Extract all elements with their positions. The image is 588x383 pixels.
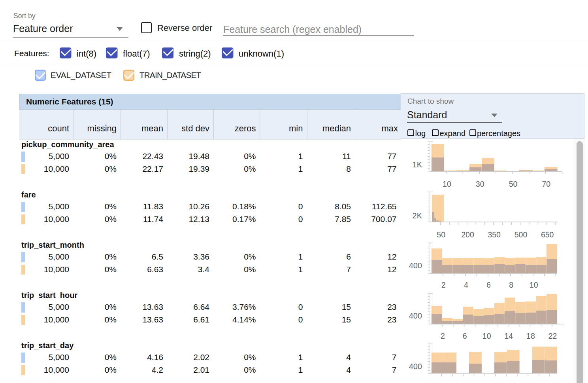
svg-text:70: 70 — [542, 180, 550, 188]
svg-text:8: 8 — [509, 281, 513, 289]
svg-text:500: 500 — [514, 230, 528, 239]
svg-text:6: 6 — [463, 332, 467, 340]
svg-text:2K: 2K — [413, 211, 422, 220]
svg-text:1K: 1K — [413, 160, 422, 169]
svg-text:22: 22 — [548, 332, 557, 340]
svg-text:10: 10 — [482, 332, 491, 340]
svg-text:6: 6 — [486, 281, 491, 289]
svg-text:350: 350 — [488, 230, 501, 239]
svg-text:2: 2 — [441, 332, 445, 340]
svg-text:50: 50 — [437, 230, 445, 239]
svg-text:400: 400 — [409, 362, 422, 371]
svg-text:200: 200 — [461, 230, 474, 239]
svg-text:18: 18 — [526, 332, 535, 340]
svg-text:4: 4 — [464, 281, 468, 289]
svg-text:30: 30 — [476, 180, 484, 188]
svg-text:650: 650 — [541, 230, 554, 239]
svg-text:400: 400 — [409, 261, 422, 270]
svg-text:10: 10 — [530, 281, 538, 289]
svg-text:2: 2 — [441, 281, 446, 289]
svg-text:14: 14 — [504, 332, 513, 340]
svg-text:10: 10 — [443, 180, 451, 188]
svg-text:50: 50 — [509, 180, 518, 188]
svg-text:400: 400 — [409, 311, 422, 320]
